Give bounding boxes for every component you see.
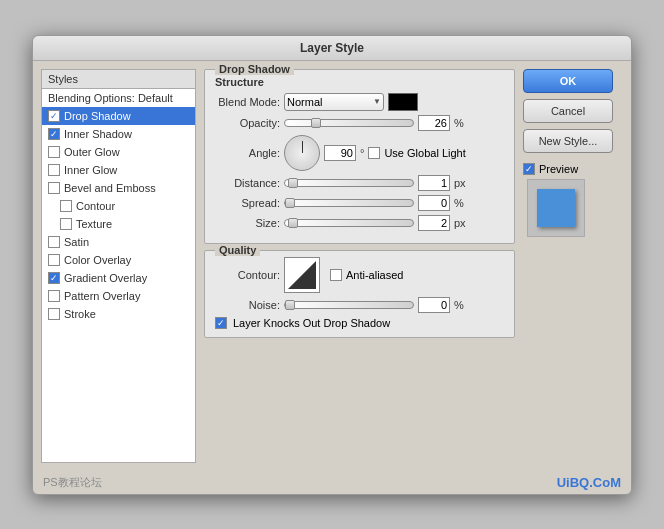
inner-shadow-checkbox[interactable] [48, 128, 60, 140]
blend-mode-select[interactable]: Normal ▼ [284, 93, 384, 111]
preview-box [527, 179, 585, 237]
satin-checkbox[interactable] [48, 236, 60, 248]
drop-shadow-checkbox[interactable] [48, 110, 60, 122]
drop-shadow-label: Drop Shadow [64, 110, 131, 122]
preview-checkbox[interactable] [523, 163, 535, 175]
layer-style-dialog: Layer Style Styles Blending Options: Def… [32, 35, 632, 495]
sidebar-item-color-overlay[interactable]: Color Overlay [42, 251, 195, 269]
styles-header: Styles [42, 70, 195, 89]
outer-glow-checkbox[interactable] [48, 146, 60, 158]
angle-row: Angle: ° Use Global Light [215, 135, 504, 171]
outer-glow-label: Outer Glow [64, 146, 120, 158]
sidebar-item-inner-glow[interactable]: Inner Glow [42, 161, 195, 179]
spread-slider[interactable] [284, 199, 414, 207]
sidebar-item-stroke[interactable]: Stroke [42, 305, 195, 323]
watermark-left-text: PS教程论坛 [43, 476, 102, 488]
sidebar-item-texture[interactable]: Texture [42, 215, 195, 233]
inner-shadow-label: Inner Shadow [64, 128, 132, 140]
noise-slider-thumb[interactable] [285, 300, 295, 310]
distance-slider[interactable] [284, 179, 414, 187]
angle-input[interactable] [324, 145, 356, 161]
contour-label: Contour: [215, 269, 280, 281]
bevel-emboss-checkbox[interactable] [48, 182, 60, 194]
angle-container [284, 135, 320, 171]
texture-checkbox[interactable] [60, 218, 72, 230]
size-slider-thumb[interactable] [288, 218, 298, 228]
opacity-slider[interactable] [284, 119, 414, 127]
drop-shadow-section-title: Drop Shadow [215, 63, 294, 75]
blend-mode-row: Blend Mode: Normal ▼ [215, 93, 504, 111]
sidebar-item-blending-options[interactable]: Blending Options: Default [42, 89, 195, 107]
size-unit: px [454, 217, 466, 229]
gradient-overlay-checkbox[interactable] [48, 272, 60, 284]
contour-thumbnail[interactable] [284, 257, 320, 293]
noise-input[interactable] [418, 297, 450, 313]
stroke-label: Stroke [64, 308, 96, 320]
gradient-overlay-label: Gradient Overlay [64, 272, 147, 284]
preview-section: Preview [523, 163, 623, 237]
new-style-button[interactable]: New Style... [523, 129, 613, 153]
sidebar-item-outer-glow[interactable]: Outer Glow [42, 143, 195, 161]
spread-input[interactable] [418, 195, 450, 211]
spread-unit: % [454, 197, 464, 209]
distance-row: Distance: px [215, 175, 504, 191]
blend-mode-arrow: ▼ [373, 97, 381, 106]
dialog-body: Styles Blending Options: Default Drop Sh… [33, 61, 631, 471]
opacity-row: Opacity: % [215, 115, 504, 131]
distance-slider-thumb[interactable] [288, 178, 298, 188]
spread-slider-thumb[interactable] [285, 198, 295, 208]
use-global-light-label: Use Global Light [384, 147, 465, 159]
quality-section-title: Quality [215, 244, 260, 256]
watermark-bar: PS教程论坛 UiBQ.CoM [33, 471, 631, 494]
blend-mode-color-swatch[interactable] [388, 93, 418, 111]
watermark-right: UiBQ.CoM [557, 475, 621, 490]
sidebar-item-drop-shadow[interactable]: Drop Shadow [42, 107, 195, 125]
layer-knocks-label: Layer Knocks Out Drop Shadow [233, 317, 390, 329]
bevel-emboss-label: Bevel and Emboss [64, 182, 156, 194]
angle-unit: ° [360, 147, 364, 159]
noise-row: Noise: % [215, 297, 504, 313]
layer-knocks-checkbox[interactable] [215, 317, 227, 329]
opacity-label: Opacity: [215, 117, 280, 129]
opacity-unit: % [454, 117, 464, 129]
opacity-slider-thumb[interactable] [311, 118, 321, 128]
pattern-overlay-checkbox[interactable] [48, 290, 60, 302]
use-global-light-checkbox[interactable] [368, 147, 380, 159]
noise-slider[interactable] [284, 301, 414, 309]
drop-shadow-section: Drop Shadow Structure Blend Mode: Normal… [204, 69, 515, 244]
opacity-input[interactable] [418, 115, 450, 131]
contour-row: Contour: Anti-aliased [215, 257, 504, 293]
structure-title: Structure [215, 76, 504, 88]
texture-label: Texture [76, 218, 112, 230]
cancel-button[interactable]: Cancel [523, 99, 613, 123]
angle-label: Angle: [215, 147, 280, 159]
sidebar-item-inner-shadow[interactable]: Inner Shadow [42, 125, 195, 143]
sidebar-item-pattern-overlay[interactable]: Pattern Overlay [42, 287, 195, 305]
sidebar-item-contour[interactable]: Contour [42, 197, 195, 215]
size-slider[interactable] [284, 219, 414, 227]
styles-panel: Styles Blending Options: Default Drop Sh… [41, 69, 196, 463]
anti-aliased-checkbox[interactable] [330, 269, 342, 281]
spread-label: Spread: [215, 197, 280, 209]
sidebar-item-gradient-overlay[interactable]: Gradient Overlay [42, 269, 195, 287]
layer-knocks-row: Layer Knocks Out Drop Shadow [215, 317, 504, 329]
sidebar-item-satin[interactable]: Satin [42, 233, 195, 251]
inner-glow-checkbox[interactable] [48, 164, 60, 176]
color-overlay-checkbox[interactable] [48, 254, 60, 266]
preview-label: Preview [539, 163, 578, 175]
inner-glow-label: Inner Glow [64, 164, 117, 176]
contour-checkbox[interactable] [60, 200, 72, 212]
contour-svg [288, 261, 316, 289]
distance-input[interactable] [418, 175, 450, 191]
stroke-checkbox[interactable] [48, 308, 60, 320]
blending-options-label: Blending Options: Default [48, 92, 173, 104]
noise-unit: % [454, 299, 464, 311]
dialog-title: Layer Style [33, 36, 631, 61]
angle-dial[interactable] [284, 135, 320, 171]
preview-inner-swatch [537, 189, 575, 227]
size-input[interactable] [418, 215, 450, 231]
distance-unit: px [454, 177, 466, 189]
sidebar-item-bevel-emboss[interactable]: Bevel and Emboss [42, 179, 195, 197]
ok-button[interactable]: OK [523, 69, 613, 93]
pattern-overlay-label: Pattern Overlay [64, 290, 140, 302]
